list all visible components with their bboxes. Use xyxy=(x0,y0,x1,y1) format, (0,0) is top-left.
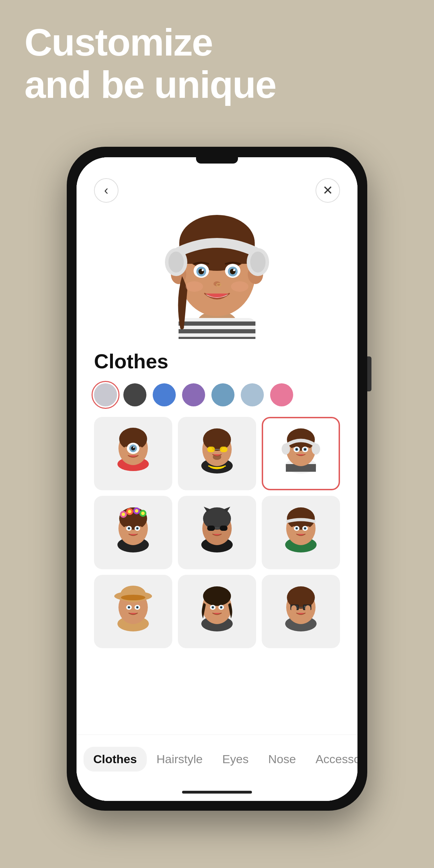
svg-point-58 xyxy=(304,448,306,450)
phone-frame: ‹ ✕ xyxy=(67,147,367,811)
svg-rect-41 xyxy=(220,447,227,452)
svg-point-77 xyxy=(137,528,138,529)
svg-point-67 xyxy=(135,509,138,513)
svg-point-24 xyxy=(186,281,203,292)
tab-hairstyle[interactable]: Hairstyle xyxy=(147,747,212,772)
color-light-blue[interactable] xyxy=(241,383,264,406)
svg-point-51 xyxy=(282,443,290,455)
section-title: Clothes xyxy=(94,349,340,373)
svg-rect-40 xyxy=(207,447,215,452)
svg-rect-4 xyxy=(179,337,255,339)
outfit-card-9[interactable] xyxy=(262,575,340,648)
outfit-card-7[interactable] xyxy=(94,575,172,648)
svg-point-114 xyxy=(203,586,231,606)
clothes-section: Clothes xyxy=(77,339,357,735)
outfit-card-8[interactable] xyxy=(178,575,256,648)
outfit-card-3[interactable] xyxy=(262,417,340,490)
back-button[interactable]: ‹ xyxy=(94,178,118,203)
outfit-card-2[interactable] xyxy=(178,417,256,490)
tab-nose[interactable]: Nose xyxy=(259,747,306,772)
svg-point-11 xyxy=(168,252,184,273)
svg-point-97 xyxy=(296,528,298,529)
svg-point-33 xyxy=(131,446,135,450)
svg-point-69 xyxy=(141,512,145,515)
svg-point-34 xyxy=(133,447,135,448)
avatar-area: ‹ ✕ xyxy=(77,157,357,339)
svg-point-65 xyxy=(128,510,131,513)
svg-point-122 xyxy=(220,607,222,608)
svg-point-111 xyxy=(137,607,138,608)
headline-line1: Customize xyxy=(24,21,276,63)
svg-point-25 xyxy=(231,281,248,292)
color-pink[interactable] xyxy=(270,383,293,406)
svg-point-13 xyxy=(250,252,266,273)
svg-rect-85 xyxy=(207,526,215,531)
avatar-svg xyxy=(144,192,290,339)
svg-point-103 xyxy=(121,595,145,600)
phone-screen: ‹ ✕ xyxy=(77,157,357,801)
svg-rect-3 xyxy=(179,329,255,333)
outfit-card-4[interactable] xyxy=(94,496,172,569)
color-row xyxy=(94,383,340,406)
color-purple[interactable] xyxy=(182,383,205,406)
svg-point-121 xyxy=(212,607,214,608)
svg-point-52 xyxy=(312,443,320,455)
svg-point-57 xyxy=(296,448,298,450)
phone-wrapper: ‹ ✕ xyxy=(67,147,367,811)
svg-rect-46 xyxy=(286,468,316,472)
svg-point-110 xyxy=(128,607,130,608)
color-dark-gray[interactable] xyxy=(123,383,146,406)
color-blue[interactable] xyxy=(153,383,176,406)
svg-point-76 xyxy=(128,528,130,529)
color-steel-blue[interactable] xyxy=(211,383,234,406)
svg-rect-2 xyxy=(179,321,255,326)
tab-clothes[interactable]: Clothes xyxy=(84,747,147,772)
svg-rect-86 xyxy=(220,526,227,531)
svg-point-21 xyxy=(233,269,235,271)
svg-point-133 xyxy=(291,605,297,612)
headline-line2: and be unique xyxy=(24,63,276,106)
tab-accessories[interactable]: Accessories xyxy=(306,747,357,772)
svg-point-63 xyxy=(122,513,125,516)
screen-content: ‹ ✕ xyxy=(77,157,357,801)
phone-notch xyxy=(196,157,238,164)
tab-eyes[interactable]: Eyes xyxy=(212,747,259,772)
outfit-card-5[interactable] xyxy=(178,496,256,569)
svg-point-20 xyxy=(202,269,204,271)
color-light-gray[interactable] xyxy=(94,383,117,406)
tab-bar: Clothes Hairstyle Eyes Nose Accessories xyxy=(77,735,357,783)
outfit-card-1[interactable] xyxy=(94,417,172,490)
phone-side-button xyxy=(367,356,371,391)
outfits-grid xyxy=(94,417,340,648)
svg-point-37 xyxy=(203,428,231,451)
svg-point-98 xyxy=(304,528,306,529)
outfit-card-6[interactable] xyxy=(262,496,340,569)
close-button[interactable]: ✕ xyxy=(316,178,340,203)
avatar-display xyxy=(144,192,290,339)
svg-rect-1 xyxy=(179,318,255,339)
headline: Customize and be unique xyxy=(24,21,276,106)
home-bar xyxy=(182,791,252,794)
home-indicator xyxy=(77,783,357,801)
svg-point-134 xyxy=(305,605,311,612)
